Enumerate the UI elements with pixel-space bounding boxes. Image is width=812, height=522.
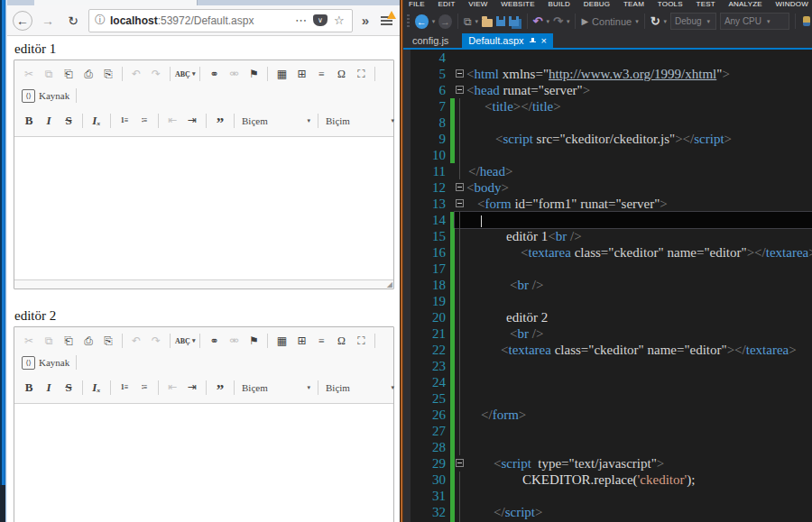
image-icon[interactable]: ▦ [272, 332, 291, 350]
image-icon[interactable]: ▦ [272, 65, 291, 83]
redo-icon[interactable]: ↷ [146, 65, 166, 83]
continue-dropdown-icon[interactable]: ▾ [635, 18, 639, 25]
redo-icon[interactable]: ↷ [146, 332, 166, 350]
hline-icon[interactable]: ≡ [311, 65, 331, 83]
platform-dropdown[interactable]: Any CPU▾ [720, 13, 789, 30]
menu-edit[interactable]: EDIT [438, 0, 455, 8]
code-line-23[interactable]: 23 [403, 358, 812, 374]
menu-window[interactable]: WINDOW [776, 0, 808, 8]
code-line-4[interactable]: 4 [403, 50, 812, 66]
anchor-icon[interactable]: ⚑ [244, 65, 263, 83]
save-icon[interactable] [496, 16, 505, 26]
format-combo[interactable]: Biçim▾ [322, 112, 398, 130]
source-button[interactable]: ⟨⟩Kaynak [19, 87, 72, 105]
page-actions-icon[interactable]: ⋯ [293, 14, 309, 27]
toolbar-grip-icon[interactable] [407, 14, 410, 28]
indent-button[interactable]: ⇥ [182, 112, 202, 130]
strike-button[interactable]: S [59, 379, 78, 397]
remove-format-button[interactable]: Iₓ [87, 112, 106, 130]
menu-debug[interactable]: DEBUG [584, 0, 610, 8]
undo-icon[interactable]: ↶ [126, 332, 146, 350]
undo-icon[interactable]: ↶ [533, 14, 543, 28]
new-file-icon[interactable]: ⧉ [464, 15, 472, 28]
navigate-back-icon[interactable]: ← [415, 14, 429, 29]
restart-dropdown-icon[interactable]: ▾ [664, 18, 668, 25]
outline-margin[interactable] [455, 455, 466, 472]
code-line-22[interactable]: 22<textarea class="ckeditor" name="edito… [403, 342, 812, 358]
code-line-26[interactable]: 26</form> [403, 407, 812, 423]
copy-icon[interactable]: ⧉ [39, 332, 59, 350]
collapse-icon[interactable] [456, 199, 464, 207]
restart-icon[interactable]: ↻ [651, 14, 660, 28]
copy-icon[interactable]: ⧉ [39, 65, 59, 83]
code-line-8[interactable]: 8 [403, 114, 812, 131]
collapse-icon[interactable] [456, 69, 464, 78]
forward-icon[interactable]: → [38, 11, 58, 31]
paste-text-icon[interactable]: ⎙ [78, 65, 98, 83]
table-icon[interactable]: ⊞ [291, 332, 311, 350]
tab-config.js[interactable]: config.js [406, 33, 455, 48]
bold-button[interactable]: B [19, 112, 39, 130]
hline-icon[interactable]: ≡ [311, 332, 331, 350]
maximize-icon[interactable]: ⛶ [351, 65, 371, 83]
remove-format-button[interactable]: Iₓ [87, 379, 106, 397]
bold-button[interactable]: B [19, 379, 39, 397]
continue-button[interactable]: Continue [592, 16, 632, 27]
back-dropdown-icon[interactable]: ▾ [432, 18, 436, 25]
blockquote-button[interactable]: ” [210, 375, 230, 399]
spellcheck-icon[interactable]: ABÇ▾ [174, 332, 196, 350]
menu-tools[interactable]: TOOLS [658, 0, 683, 8]
overflow-chevron-icon[interactable]: » [358, 13, 373, 28]
numbered-list-button[interactable]: 1≡ [115, 379, 134, 397]
menu-website[interactable]: WEBSITE [501, 0, 534, 8]
link-icon[interactable]: ⚭ [204, 332, 224, 350]
italic-button[interactable]: I [39, 379, 59, 397]
code-line-13[interactable]: 13<form id="form1" runat="server"> [403, 196, 812, 212]
paste-text-icon[interactable]: ⎙ [78, 332, 98, 350]
spellcheck-icon[interactable]: ABÇ▾ [174, 65, 196, 83]
save-all-icon[interactable] [509, 16, 518, 26]
undo-dropdown-icon[interactable]: ▾ [546, 18, 549, 25]
cut-icon[interactable]: ✂ [19, 65, 39, 83]
maximize-icon[interactable]: ⛶ [351, 332, 371, 350]
code-line-5[interactable]: 5<html xmlns="http://www.w3.org/1999/xht… [403, 66, 812, 82]
menu-file[interactable]: FILE [409, 0, 425, 8]
code-line-7[interactable]: 7<title></title> [403, 98, 812, 114]
numbered-list-button[interactable]: 1≡ [115, 112, 134, 130]
code-line-28[interactable]: 28 [403, 439, 812, 455]
code-line-6[interactable]: 6<head runat="server"> [403, 82, 812, 98]
outline-margin[interactable] [455, 82, 466, 98]
code-line-12[interactable]: 12<body> [403, 179, 812, 196]
code-line-21[interactable]: 21<br /> [403, 325, 812, 342]
code-line-17[interactable]: 17 [403, 261, 812, 277]
cut-icon[interactable]: ✂ [19, 332, 39, 350]
paste-word-icon[interactable]: ⎘ [98, 332, 118, 350]
reload-icon[interactable]: ↻ [63, 11, 83, 31]
editor2-content[interactable] [14, 404, 393, 522]
code-editor[interactable]: 45<html xmlns="http://www.w3.org/1999/xh… [403, 50, 812, 522]
redo-icon[interactable]: ↷ [553, 14, 563, 28]
resize-handle-icon[interactable]: ◢ [387, 281, 392, 288]
open-file-icon[interactable] [482, 19, 493, 27]
menu-analyze[interactable]: ANALYZE [729, 0, 762, 8]
outdent-button[interactable]: ⇤ [162, 112, 182, 130]
code-line-29[interactable]: 29<script type="text/javascript"> [403, 455, 812, 472]
code-line-32[interactable]: 32</script> [403, 504, 812, 520]
code-line-11[interactable]: 11</head> [403, 163, 812, 179]
outdent-button[interactable]: ⇤ [162, 379, 182, 397]
code-line-19[interactable]: 19 [403, 293, 812, 309]
code-line-10[interactable]: 10 [403, 147, 812, 163]
pocket-icon[interactable]: ∨ [313, 14, 328, 26]
navigate-forward-icon[interactable]: → [438, 14, 452, 29]
undo-icon[interactable]: ↶ [126, 65, 146, 83]
tab-default.aspx[interactable]: Default.aspx× [462, 33, 553, 48]
collapse-icon[interactable] [456, 86, 464, 94]
unlink-icon[interactable]: ⚮ [224, 65, 244, 83]
code-line-14[interactable]: 14 [403, 212, 812, 228]
specialchar-icon[interactable]: Ω [331, 65, 351, 83]
code-line-31[interactable]: 31 [403, 488, 812, 504]
link-icon[interactable]: ⚭ [204, 65, 224, 83]
continue-play-icon[interactable]: ▶ [581, 16, 588, 26]
close-icon[interactable]: × [541, 35, 547, 46]
format-combo[interactable]: Biçim▾ [322, 379, 398, 397]
